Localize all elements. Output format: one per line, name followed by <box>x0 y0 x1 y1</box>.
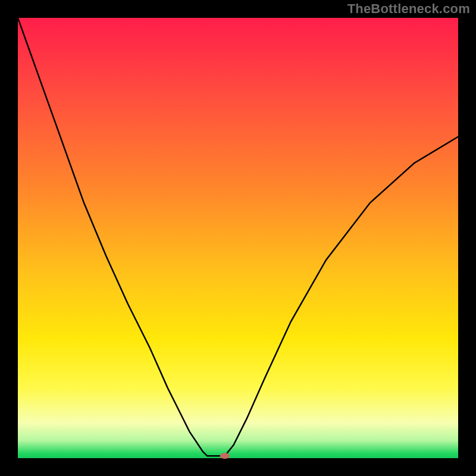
plot-area <box>18 18 458 458</box>
curve-svg <box>18 18 458 458</box>
minimum-marker <box>220 453 230 459</box>
watermark-text: TheBottleneck.com <box>347 1 470 17</box>
chart-container: TheBottleneck.com <box>0 0 476 476</box>
bottleneck-curve <box>18 18 458 456</box>
